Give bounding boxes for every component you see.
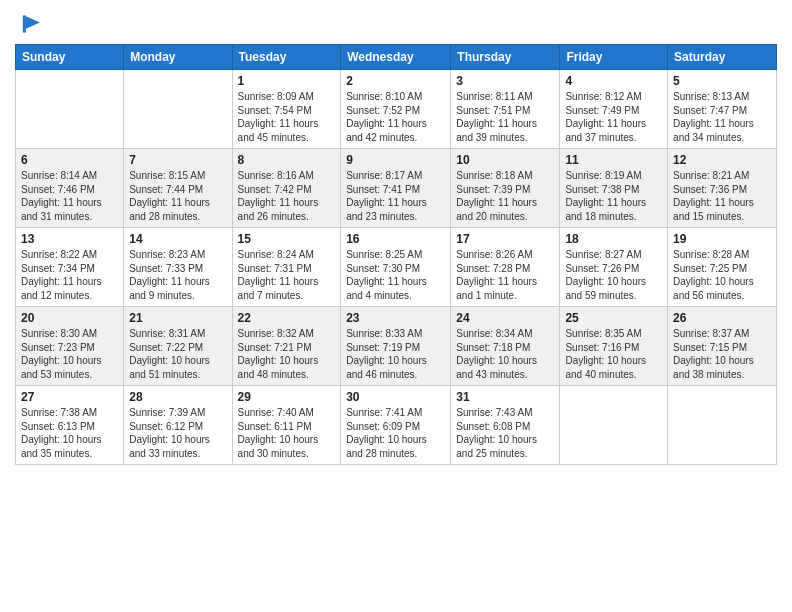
day-info: Sunrise: 8:09 AMSunset: 7:54 PMDaylight:… <box>238 90 336 144</box>
day-number: 30 <box>346 390 445 404</box>
calendar-cell: 24Sunrise: 8:34 AMSunset: 7:18 PMDayligh… <box>451 307 560 386</box>
day-number: 5 <box>673 74 771 88</box>
calendar-cell <box>124 70 232 149</box>
calendar-cell <box>560 386 668 465</box>
calendar-cell: 7Sunrise: 8:15 AMSunset: 7:44 PMDaylight… <box>124 149 232 228</box>
day-info: Sunrise: 8:33 AMSunset: 7:19 PMDaylight:… <box>346 327 445 381</box>
day-number: 15 <box>238 232 336 246</box>
day-number: 12 <box>673 153 771 167</box>
header <box>15 10 777 38</box>
page: Sunday Monday Tuesday Wednesday Thursday… <box>0 0 792 612</box>
day-number: 29 <box>238 390 336 404</box>
calendar-cell: 31Sunrise: 7:43 AMSunset: 6:08 PMDayligh… <box>451 386 560 465</box>
calendar-week-row: 6Sunrise: 8:14 AMSunset: 7:46 PMDaylight… <box>16 149 777 228</box>
day-info: Sunrise: 8:24 AMSunset: 7:31 PMDaylight:… <box>238 248 336 302</box>
day-number: 3 <box>456 74 554 88</box>
day-info: Sunrise: 8:11 AMSunset: 7:51 PMDaylight:… <box>456 90 554 144</box>
calendar-table: Sunday Monday Tuesday Wednesday Thursday… <box>15 44 777 465</box>
calendar-cell: 14Sunrise: 8:23 AMSunset: 7:33 PMDayligh… <box>124 228 232 307</box>
calendar-cell: 4Sunrise: 8:12 AMSunset: 7:49 PMDaylight… <box>560 70 668 149</box>
calendar-cell: 21Sunrise: 8:31 AMSunset: 7:22 PMDayligh… <box>124 307 232 386</box>
day-number: 11 <box>565 153 662 167</box>
day-info: Sunrise: 8:16 AMSunset: 7:42 PMDaylight:… <box>238 169 336 223</box>
day-number: 26 <box>673 311 771 325</box>
day-number: 4 <box>565 74 662 88</box>
calendar-cell: 30Sunrise: 7:41 AMSunset: 6:09 PMDayligh… <box>341 386 451 465</box>
day-number: 16 <box>346 232 445 246</box>
calendar-week-row: 27Sunrise: 7:38 AMSunset: 6:13 PMDayligh… <box>16 386 777 465</box>
calendar-week-row: 20Sunrise: 8:30 AMSunset: 7:23 PMDayligh… <box>16 307 777 386</box>
calendar-cell: 13Sunrise: 8:22 AMSunset: 7:34 PMDayligh… <box>16 228 124 307</box>
calendar-cell: 28Sunrise: 7:39 AMSunset: 6:12 PMDayligh… <box>124 386 232 465</box>
day-info: Sunrise: 8:25 AMSunset: 7:30 PMDaylight:… <box>346 248 445 302</box>
logo <box>15 10 46 38</box>
calendar-cell: 11Sunrise: 8:19 AMSunset: 7:38 PMDayligh… <box>560 149 668 228</box>
calendar-cell: 25Sunrise: 8:35 AMSunset: 7:16 PMDayligh… <box>560 307 668 386</box>
day-info: Sunrise: 8:19 AMSunset: 7:38 PMDaylight:… <box>565 169 662 223</box>
day-number: 19 <box>673 232 771 246</box>
header-wednesday: Wednesday <box>341 45 451 70</box>
header-tuesday: Tuesday <box>232 45 341 70</box>
calendar-cell <box>668 386 777 465</box>
day-number: 20 <box>21 311 118 325</box>
day-info: Sunrise: 8:28 AMSunset: 7:25 PMDaylight:… <box>673 248 771 302</box>
logo-icon <box>15 10 43 38</box>
day-info: Sunrise: 7:39 AMSunset: 6:12 PMDaylight:… <box>129 406 226 460</box>
header-saturday: Saturday <box>668 45 777 70</box>
day-info: Sunrise: 8:17 AMSunset: 7:41 PMDaylight:… <box>346 169 445 223</box>
day-info: Sunrise: 8:32 AMSunset: 7:21 PMDaylight:… <box>238 327 336 381</box>
day-info: Sunrise: 8:37 AMSunset: 7:15 PMDaylight:… <box>673 327 771 381</box>
day-info: Sunrise: 8:30 AMSunset: 7:23 PMDaylight:… <box>21 327 118 381</box>
calendar-cell: 6Sunrise: 8:14 AMSunset: 7:46 PMDaylight… <box>16 149 124 228</box>
calendar-cell: 15Sunrise: 8:24 AMSunset: 7:31 PMDayligh… <box>232 228 341 307</box>
day-number: 1 <box>238 74 336 88</box>
day-info: Sunrise: 8:14 AMSunset: 7:46 PMDaylight:… <box>21 169 118 223</box>
day-info: Sunrise: 8:34 AMSunset: 7:18 PMDaylight:… <box>456 327 554 381</box>
calendar-cell: 18Sunrise: 8:27 AMSunset: 7:26 PMDayligh… <box>560 228 668 307</box>
day-number: 23 <box>346 311 445 325</box>
day-number: 18 <box>565 232 662 246</box>
day-number: 28 <box>129 390 226 404</box>
day-info: Sunrise: 7:38 AMSunset: 6:13 PMDaylight:… <box>21 406 118 460</box>
header-thursday: Thursday <box>451 45 560 70</box>
calendar-cell: 16Sunrise: 8:25 AMSunset: 7:30 PMDayligh… <box>341 228 451 307</box>
calendar-week-row: 1Sunrise: 8:09 AMSunset: 7:54 PMDaylight… <box>16 70 777 149</box>
calendar-cell: 3Sunrise: 8:11 AMSunset: 7:51 PMDaylight… <box>451 70 560 149</box>
day-number: 21 <box>129 311 226 325</box>
header-friday: Friday <box>560 45 668 70</box>
calendar-cell: 26Sunrise: 8:37 AMSunset: 7:15 PMDayligh… <box>668 307 777 386</box>
calendar-cell: 12Sunrise: 8:21 AMSunset: 7:36 PMDayligh… <box>668 149 777 228</box>
day-info: Sunrise: 8:15 AMSunset: 7:44 PMDaylight:… <box>129 169 226 223</box>
day-info: Sunrise: 8:13 AMSunset: 7:47 PMDaylight:… <box>673 90 771 144</box>
day-info: Sunrise: 7:41 AMSunset: 6:09 PMDaylight:… <box>346 406 445 460</box>
day-info: Sunrise: 8:12 AMSunset: 7:49 PMDaylight:… <box>565 90 662 144</box>
calendar-cell: 5Sunrise: 8:13 AMSunset: 7:47 PMDaylight… <box>668 70 777 149</box>
day-info: Sunrise: 8:26 AMSunset: 7:28 PMDaylight:… <box>456 248 554 302</box>
calendar-cell: 27Sunrise: 7:38 AMSunset: 6:13 PMDayligh… <box>16 386 124 465</box>
day-info: Sunrise: 8:21 AMSunset: 7:36 PMDaylight:… <box>673 169 771 223</box>
calendar-cell: 23Sunrise: 8:33 AMSunset: 7:19 PMDayligh… <box>341 307 451 386</box>
day-number: 9 <box>346 153 445 167</box>
day-number: 2 <box>346 74 445 88</box>
day-number: 8 <box>238 153 336 167</box>
day-number: 27 <box>21 390 118 404</box>
calendar-cell: 22Sunrise: 8:32 AMSunset: 7:21 PMDayligh… <box>232 307 341 386</box>
header-sunday: Sunday <box>16 45 124 70</box>
day-info: Sunrise: 7:43 AMSunset: 6:08 PMDaylight:… <box>456 406 554 460</box>
day-number: 31 <box>456 390 554 404</box>
day-number: 14 <box>129 232 226 246</box>
calendar-cell: 20Sunrise: 8:30 AMSunset: 7:23 PMDayligh… <box>16 307 124 386</box>
calendar-cell: 10Sunrise: 8:18 AMSunset: 7:39 PMDayligh… <box>451 149 560 228</box>
day-info: Sunrise: 7:40 AMSunset: 6:11 PMDaylight:… <box>238 406 336 460</box>
day-number: 24 <box>456 311 554 325</box>
day-number: 17 <box>456 232 554 246</box>
header-row: Sunday Monday Tuesday Wednesday Thursday… <box>16 45 777 70</box>
header-monday: Monday <box>124 45 232 70</box>
calendar-cell <box>16 70 124 149</box>
calendar-cell: 9Sunrise: 8:17 AMSunset: 7:41 PMDaylight… <box>341 149 451 228</box>
calendar-cell: 8Sunrise: 8:16 AMSunset: 7:42 PMDaylight… <box>232 149 341 228</box>
day-info: Sunrise: 8:10 AMSunset: 7:52 PMDaylight:… <box>346 90 445 144</box>
day-info: Sunrise: 8:35 AMSunset: 7:16 PMDaylight:… <box>565 327 662 381</box>
day-number: 13 <box>21 232 118 246</box>
day-info: Sunrise: 8:18 AMSunset: 7:39 PMDaylight:… <box>456 169 554 223</box>
